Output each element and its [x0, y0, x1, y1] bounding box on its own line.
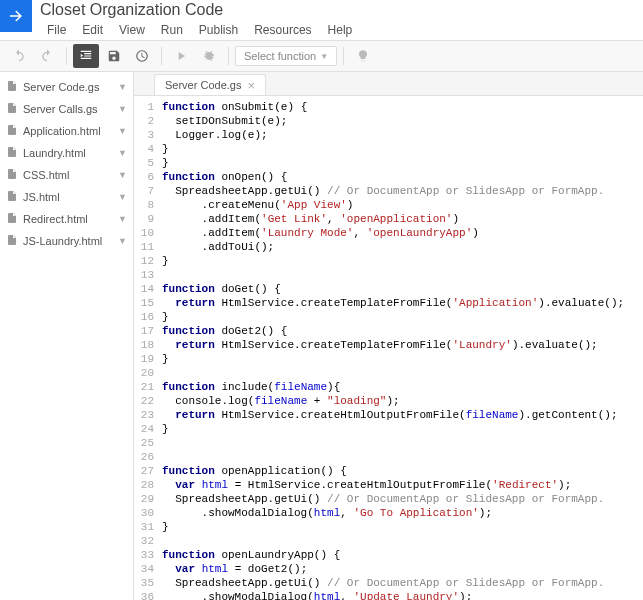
tab-label: Server Code.gs [165, 79, 241, 91]
debug-button[interactable] [196, 44, 222, 68]
close-icon[interactable]: × [247, 78, 255, 93]
file-item[interactable]: JS-Laundry.html▼ [0, 230, 133, 252]
code-line: 31} [134, 520, 643, 534]
lightbulb-button[interactable] [350, 44, 376, 68]
lightbulb-icon [356, 49, 370, 63]
undo-button[interactable] [6, 44, 32, 68]
code-line: 4} [134, 142, 643, 156]
file-item[interactable]: Server Code.gs▼ [0, 76, 133, 98]
code-editor[interactable]: 1function onSubmit(e) {2 setIDOnSubmit(e… [134, 96, 643, 600]
toolbar: Select function ▼ [0, 40, 643, 72]
line-number: 15 [134, 296, 162, 310]
chevron-down-icon[interactable]: ▼ [118, 82, 127, 92]
line-number: 7 [134, 184, 162, 198]
menu-view[interactable]: View [112, 21, 152, 39]
code-line: 36 .showModalDialog(html, 'Update Laundr… [134, 590, 643, 600]
separator [66, 47, 67, 65]
code-line: 18 return HtmlService.createTemplateFrom… [134, 338, 643, 352]
code-text: .addToUi(); [162, 240, 274, 254]
code-text: return HtmlService.createTemplateFromFil… [162, 338, 598, 352]
code-line: 17function doGet2() { [134, 324, 643, 338]
line-number: 10 [134, 226, 162, 240]
tab-server-code[interactable]: Server Code.gs × [154, 74, 266, 95]
current-project-button[interactable] [129, 44, 155, 68]
code-text: } [162, 156, 169, 170]
chevron-down-icon[interactable]: ▼ [118, 126, 127, 136]
menu-run[interactable]: Run [154, 21, 190, 39]
save-button[interactable] [101, 44, 127, 68]
file-name: CSS.html [23, 169, 113, 181]
code-line: 33function openLaundryApp() { [134, 548, 643, 562]
code-line: 13 [134, 268, 643, 282]
file-name: Application.html [23, 125, 113, 137]
code-line: 29 SpreadsheetApp.getUi() // Or Document… [134, 492, 643, 506]
line-number: 35 [134, 576, 162, 590]
code-text: } [162, 254, 169, 268]
chevron-down-icon[interactable]: ▼ [118, 170, 127, 180]
line-number: 18 [134, 338, 162, 352]
editor-tabs: Server Code.gs × [134, 72, 643, 96]
code-text: function onOpen() { [162, 170, 287, 184]
file-item[interactable]: Laundry.html▼ [0, 142, 133, 164]
redo-button[interactable] [34, 44, 60, 68]
project-title[interactable]: Closet Organization Code [40, 0, 359, 19]
menu-resources[interactable]: Resources [247, 21, 318, 39]
code-text: .showModalDialog(html, 'Update Laundry')… [162, 590, 472, 600]
menu-publish[interactable]: Publish [192, 21, 245, 39]
line-number: 27 [134, 464, 162, 478]
code-text: function doGet2() { [162, 324, 287, 338]
file-name: Laundry.html [23, 147, 113, 159]
chevron-down-icon[interactable]: ▼ [118, 104, 127, 114]
line-number: 16 [134, 310, 162, 324]
file-item[interactable]: Redirect.html▼ [0, 208, 133, 230]
line-number: 12 [134, 254, 162, 268]
code-text: var html = doGet2(); [162, 562, 307, 576]
menu-file[interactable]: File [40, 21, 73, 39]
select-function-dropdown[interactable]: Select function ▼ [235, 46, 337, 66]
line-number: 4 [134, 142, 162, 156]
line-number: 17 [134, 324, 162, 338]
file-icon [6, 212, 18, 226]
code-text: .addItem('Laundry Mode', 'openLaundryApp… [162, 226, 479, 240]
chevron-down-icon[interactable]: ▼ [118, 236, 127, 246]
file-sidebar: Server Code.gs▼Server Calls.gs▼Applicati… [0, 72, 134, 600]
line-number: 22 [134, 394, 162, 408]
select-function-label: Select function [244, 50, 316, 62]
undo-icon [12, 49, 26, 63]
code-text: } [162, 310, 169, 324]
file-item[interactable]: Server Calls.gs▼ [0, 98, 133, 120]
code-line: 25 [134, 436, 643, 450]
menu-edit[interactable]: Edit [75, 21, 110, 39]
file-icon [6, 168, 18, 182]
chevron-down-icon[interactable]: ▼ [118, 214, 127, 224]
editor-area: Server Code.gs × 1function onSubmit(e) {… [134, 72, 643, 600]
file-item[interactable]: Application.html▼ [0, 120, 133, 142]
file-name: JS-Laundry.html [23, 235, 113, 247]
code-line: 20 [134, 366, 643, 380]
code-text: function doGet() { [162, 282, 281, 296]
line-number: 32 [134, 534, 162, 548]
indent-icon [79, 49, 93, 63]
file-item[interactable]: CSS.html▼ [0, 164, 133, 186]
code-text: function openApplication() { [162, 464, 347, 478]
code-line: 7 SpreadsheetApp.getUi() // Or DocumentA… [134, 184, 643, 198]
indent-button[interactable] [73, 44, 99, 68]
code-line: 8 .createMenu('App View') [134, 198, 643, 212]
file-name: Server Calls.gs [23, 103, 113, 115]
code-text: } [162, 520, 169, 534]
save-icon [107, 49, 121, 63]
app-logo[interactable] [0, 0, 32, 32]
menu-help[interactable]: Help [321, 21, 360, 39]
main: Server Code.gs▼Server Calls.gs▼Applicati… [0, 72, 643, 600]
run-button[interactable] [168, 44, 194, 68]
chevron-down-icon[interactable]: ▼ [118, 148, 127, 158]
file-item[interactable]: JS.html▼ [0, 186, 133, 208]
code-line: 24} [134, 422, 643, 436]
code-line: 21function include(fileName){ [134, 380, 643, 394]
chevron-down-icon[interactable]: ▼ [118, 192, 127, 202]
file-name: Redirect.html [23, 213, 113, 225]
code-text: console.log(fileName + "loading"); [162, 394, 400, 408]
file-icon [6, 80, 18, 94]
clock-icon [135, 49, 149, 63]
menubar: FileEditViewRunPublishResourcesHelp [40, 21, 359, 39]
